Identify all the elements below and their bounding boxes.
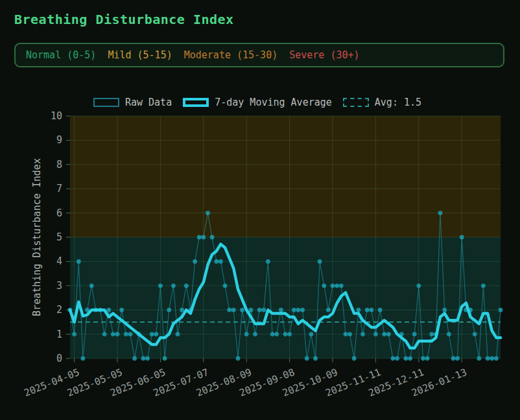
svg-text:6: 6 [56,207,62,219]
svg-text:3: 3 [56,280,62,292]
band-normal [70,237,501,358]
breathing-disturbance-chart: 0123456789102025-04-052025-05-052025-06-… [0,88,520,420]
band-mild [70,116,501,237]
svg-text:8: 8 [56,159,62,170]
severity-mild-label: Mild (5-15) [108,49,172,61]
svg-text:7: 7 [56,183,62,194]
severity-normal-label: Normal (0-5) [26,49,96,61]
severity-legend: Normal (0-5) Mild (5-15) Moderate (15-30… [14,43,504,67]
svg-text:9: 9 [56,134,62,146]
svg-text:1: 1 [56,329,62,340]
chart-area: 0123456789102025-04-052025-05-052025-06-… [0,88,520,420]
svg-text:4: 4 [56,255,62,267]
page-title: Breathing Disturbance Index [14,12,234,27]
y-axis-label: Breathing Disturbance Index [31,158,43,316]
svg-text:5: 5 [56,231,62,243]
severity-moderate-label: Moderate (15-30) [184,49,278,61]
svg-text:0: 0 [56,353,62,364]
svg-text:2: 2 [56,304,62,316]
x-tick-labels: 2025-04-052025-05-052025-06-052025-07-07… [23,366,469,399]
severity-severe-label: Severe (30+) [289,49,359,61]
y-tick-labels: 012345678910 [51,110,62,364]
svg-text:10: 10 [51,110,62,122]
